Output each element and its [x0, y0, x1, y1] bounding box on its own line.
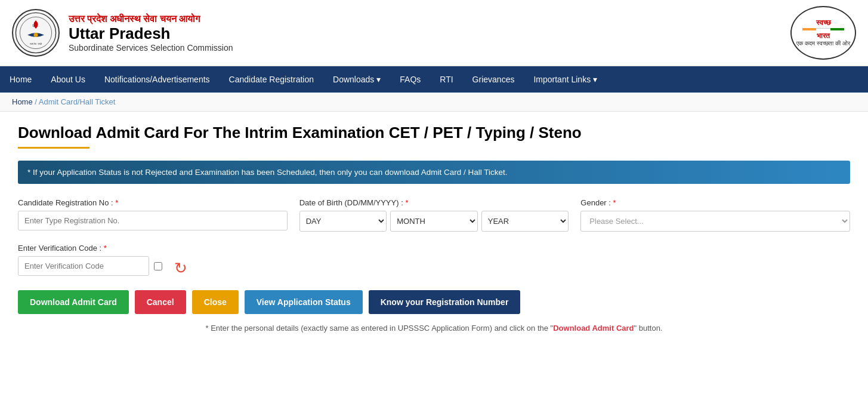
dob-label: Date of Birth (DD/MM/YYYY) : *: [299, 198, 569, 207]
swachh-bharat: भारत: [817, 32, 830, 40]
verification-checkbox[interactable]: [154, 262, 162, 270]
verification-label: Enter Verification Code : *: [18, 244, 162, 253]
month-select[interactable]: MONTH 01020304 05060708 09101112: [390, 211, 478, 232]
footer-note-highlight: Download Admit Card: [553, 324, 634, 333]
nav-grievances[interactable]: Grievances: [463, 66, 524, 93]
reg-label: Candidate Registration No : *: [18, 198, 288, 207]
verification-group: Enter Verification Code : *: [18, 244, 162, 276]
refresh-icon[interactable]: ↻: [174, 260, 187, 276]
org-name: Uttar Pradesh: [69, 24, 233, 43]
main-nav: Home About Us Notifications/Advertisemen…: [0, 66, 868, 93]
cancel-button[interactable]: Cancel: [135, 290, 186, 314]
year-select[interactable]: YEAR 1990199119921993 1994199519961997 1…: [481, 211, 569, 232]
dob-row: DAY 01020304 05060708 09101112 13141516 …: [299, 211, 569, 232]
verification-required: *: [104, 244, 107, 253]
nav-notifications[interactable]: Notifications/Advertisements: [95, 66, 220, 93]
footer-note: * Enter the personal details (exactly sa…: [18, 324, 850, 333]
gender-required: *: [613, 198, 616, 207]
dob-group: Date of Birth (DD/MM/YYYY) : * DAY 01020…: [299, 198, 569, 232]
know-reg-button[interactable]: Know your Registration Number: [369, 290, 521, 314]
breadcrumb: Home / Admit Card/Hall Ticket: [0, 93, 868, 112]
footer-note-after: " button.: [634, 324, 663, 333]
svg-point-3: [34, 33, 38, 37]
form-grid: Candidate Registration No : * Date of Bi…: [18, 198, 850, 232]
registration-input[interactable]: [18, 211, 288, 230]
swachh-circle: स्वच्छ भारत एक कदम स्वच्छता की ओर: [790, 6, 856, 60]
dob-required: *: [405, 198, 408, 207]
nav-faqs[interactable]: FAQs: [390, 66, 430, 93]
nav-downloads[interactable]: Downloads ▾: [323, 66, 390, 93]
verification-row: Enter Verification Code : * ↻: [18, 244, 850, 276]
gender-group: Gender : * Please Select... Male Female …: [580, 198, 850, 232]
download-button[interactable]: Download Admit Card: [18, 290, 129, 314]
nav-important-links[interactable]: Important Links ▾: [524, 66, 607, 93]
verification-input-wrap: [18, 256, 162, 276]
nav-home[interactable]: Home: [0, 66, 41, 93]
swachh-sub: एक कदम स्वच्छता की ओर: [796, 40, 850, 47]
day-select[interactable]: DAY 01020304 05060708 09101112 13141516 …: [299, 211, 387, 232]
chevron-down-icon-2: ▾: [593, 75, 597, 84]
nav-rti[interactable]: RTI: [430, 66, 462, 93]
reg-group: Candidate Registration No : *: [18, 198, 288, 232]
page-title: Download Admit Card For The Intrim Exami…: [18, 124, 850, 142]
main-content: Download Admit Card For The Intrim Exami…: [0, 112, 868, 356]
org-sub: Subordinate Services Selection Commissio…: [69, 43, 233, 53]
breadcrumb-current: Admit Card/Hall Ticket: [39, 97, 116, 106]
breadcrumb-home[interactable]: Home: [12, 97, 33, 106]
verification-code-input[interactable]: [18, 256, 149, 276]
breadcrumb-separator: /: [35, 97, 37, 106]
gender-label: Gender : *: [580, 198, 850, 207]
title-underline: [18, 147, 89, 149]
chevron-down-icon: ▾: [376, 75, 381, 84]
logo: उ.प्र. सत्य मेव जयते: [12, 9, 60, 57]
nav-about[interactable]: About Us: [41, 66, 95, 93]
svg-text:सत्य मेव जयते: सत्य मेव जयते: [29, 42, 42, 45]
hindi-title: उत्तर प्रदेश अधीनस्थ सेवा चयन आयोग: [69, 14, 233, 24]
gender-select[interactable]: Please Select... Male Female Other: [580, 211, 850, 232]
swachh-bharat-logo: स्वच्छ भारत एक कदम स्वच्छता की ओर: [790, 6, 856, 60]
close-button[interactable]: Close: [192, 290, 239, 314]
swachh-hindi: स्वच्छ: [816, 19, 831, 27]
org-title: उत्तर प्रदेश अधीनस्थ सेवा चयन आयोग Uttar…: [69, 14, 233, 53]
info-banner: * If your Application Status is not Reje…: [18, 161, 850, 184]
nav-candidate-reg[interactable]: Candidate Registration: [220, 66, 323, 93]
view-status-button[interactable]: View Application Status: [245, 290, 363, 314]
buttons-row: Download Admit Card Cancel Close View Ap…: [18, 290, 850, 314]
tricolor-bar: [802, 28, 844, 30]
reg-required: *: [115, 198, 118, 207]
site-header: उ.प्र. सत्य मेव जयते उत्तर प्रदेश अधीनस्…: [0, 0, 868, 66]
header-left: उ.प्र. सत्य मेव जयते उत्तर प्रदेश अधीनस्…: [12, 9, 233, 57]
footer-note-before: * Enter the personal details (exactly sa…: [206, 324, 554, 333]
